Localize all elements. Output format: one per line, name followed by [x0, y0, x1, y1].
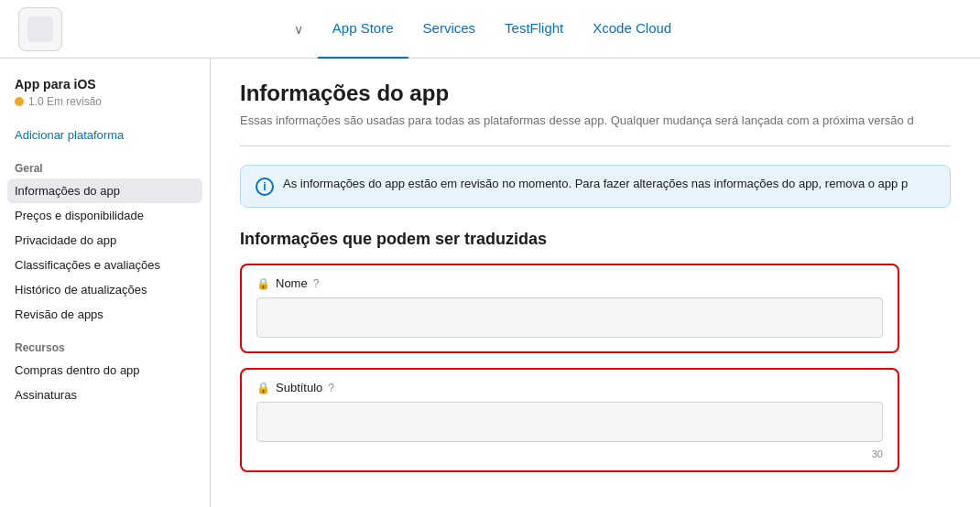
subtitulo-char-count: 30: [256, 448, 883, 459]
sidebar-app-version: 1.0 Em revisão: [0, 95, 210, 123]
field-subtitulo: 🔒 Subtítulo ? 30: [240, 368, 899, 472]
subtitulo-lock-icon: 🔒: [256, 382, 270, 394]
top-nav: ∨ App Store Services TestFlight Xcode Cl…: [0, 0, 980, 59]
tab-xcode-cloud[interactable]: Xcode Cloud: [578, 0, 686, 59]
sidebar-item-compras-dentro-do-app[interactable]: Compras dentro do app: [0, 358, 210, 383]
sidebar-item-classificacoes-avaliacoes[interactable]: Classificações e avaliações: [0, 253, 210, 277]
sidebar-section-recursos: Recursos: [0, 327, 210, 358]
content-divider: [240, 146, 951, 146]
sidebar-item-historico-atualizacoes[interactable]: Histórico de atualizações: [0, 277, 210, 302]
tab-services[interactable]: Services: [408, 0, 491, 59]
nome-input[interactable]: [256, 297, 883, 338]
layout: App para iOS 1.0 Em revisão Adicionar pl…: [0, 59, 980, 507]
field-subtitulo-label-row: 🔒 Subtítulo ?: [256, 381, 883, 394]
translatable-section-title: Informações que podem ser traduzidas: [240, 230, 951, 249]
page-title: Informações do app: [240, 81, 951, 106]
nome-lock-icon: 🔒: [256, 277, 270, 290]
info-banner-text: As informações do app estão em revisão n…: [283, 177, 908, 190]
main-content: Informações do app Essas informações são…: [211, 59, 980, 507]
sidebar-version-label: 1.0 Em revisão: [28, 95, 102, 108]
tab-app-store[interactable]: App Store: [318, 0, 408, 59]
sidebar-item-informacoes-do-app[interactable]: Informações do app: [7, 178, 202, 203]
page-description: Essas informações são usadas para todas …: [240, 113, 927, 127]
version-status-dot: [15, 97, 24, 106]
info-icon: i: [256, 178, 274, 196]
app-logo: [18, 7, 62, 51]
svg-rect-0: [27, 16, 53, 42]
subtitulo-input[interactable]: [256, 402, 883, 442]
sidebar-item-privacidade-do-app[interactable]: Privacidade do app: [0, 228, 210, 253]
field-nome-label-row: 🔒 Nome ?: [256, 276, 883, 290]
sidebar-section-geral: Geral: [0, 147, 210, 178]
nav-chevron-icon[interactable]: ∨: [294, 22, 303, 37]
sidebar-item-revisao-de-apps[interactable]: Revisão de apps: [0, 302, 210, 327]
field-nome: 🔒 Nome ?: [240, 264, 899, 353]
sidebar-item-assinaturas[interactable]: Assinaturas: [0, 383, 210, 407]
info-banner: i As informações do app estão em revisão…: [240, 165, 951, 208]
nome-field-label: Nome: [276, 276, 308, 290]
sidebar-add-platform-link[interactable]: Adicionar plataforma: [0, 123, 210, 147]
sidebar-app-name: App para iOS: [0, 77, 210, 95]
sidebar: App para iOS 1.0 Em revisão Adicionar pl…: [0, 59, 211, 507]
nav-tabs: ∨ App Store Services TestFlight Xcode Cl…: [294, 0, 686, 59]
nome-help-icon[interactable]: ?: [313, 277, 320, 290]
tab-testflight[interactable]: TestFlight: [490, 0, 578, 59]
subtitulo-help-icon[interactable]: ?: [328, 382, 334, 394]
sidebar-item-precos-disponibilidade[interactable]: Preços e disponibilidade: [0, 203, 210, 228]
subtitulo-field-label: Subtítulo: [276, 381, 322, 394]
